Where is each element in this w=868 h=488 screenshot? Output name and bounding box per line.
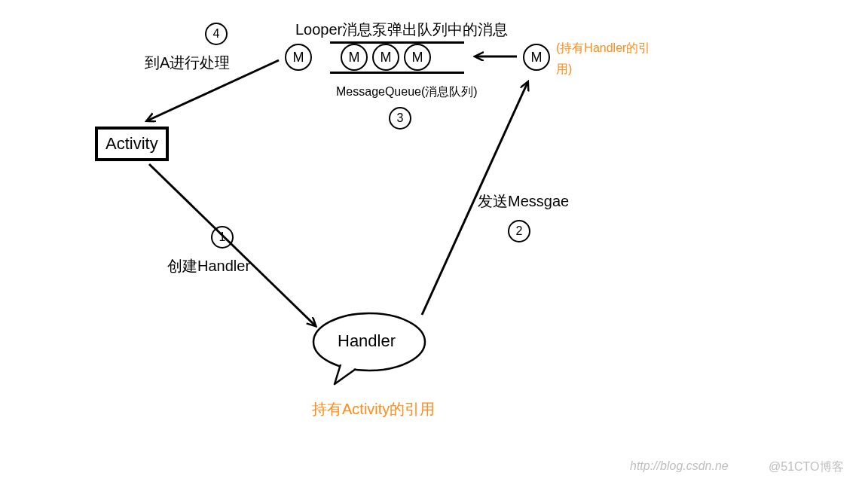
queue-line-bottom — [330, 72, 464, 74]
m-icon: M — [372, 44, 399, 71]
arrow-activity-to-handler — [149, 164, 315, 325]
step-2-label: 发送Messgae — [478, 191, 569, 212]
m-icon: M — [341, 44, 368, 71]
m-handler-ref-note-1: (持有Handler的引 — [556, 41, 650, 56]
step-4-badge: 4 — [205, 23, 228, 45]
step-1-label: 创建Handler — [167, 256, 250, 276]
handler-label: Handler — [338, 331, 396, 351]
m-icon-incoming: M — [523, 44, 550, 71]
diagram-canvas: Looper消息泵弹出队列中的消息 M M M M M (持有Handler的引… — [0, 0, 868, 488]
messagequeue-label: MessageQueue(消息队列) — [336, 84, 478, 100]
m-handler-ref-note-2: 用) — [556, 62, 572, 78]
m-icon-popped: M — [285, 44, 312, 71]
step-1-badge: 1 — [211, 226, 234, 249]
activity-box: Activity — [95, 127, 169, 161]
m-icon: M — [404, 44, 431, 71]
step-2-badge: 2 — [508, 220, 530, 242]
watermark-right: @51CTO博客 — [769, 459, 844, 475]
step-4-label: 到A进行处理 — [145, 53, 230, 73]
step-3-badge: 3 — [389, 107, 411, 130]
handler-activity-ref-note: 持有Activity的引用 — [312, 399, 435, 419]
watermark-left: http://blog.csdn.ne — [630, 459, 729, 473]
looper-title: Looper消息泵弹出队列中的消息 — [295, 20, 508, 40]
